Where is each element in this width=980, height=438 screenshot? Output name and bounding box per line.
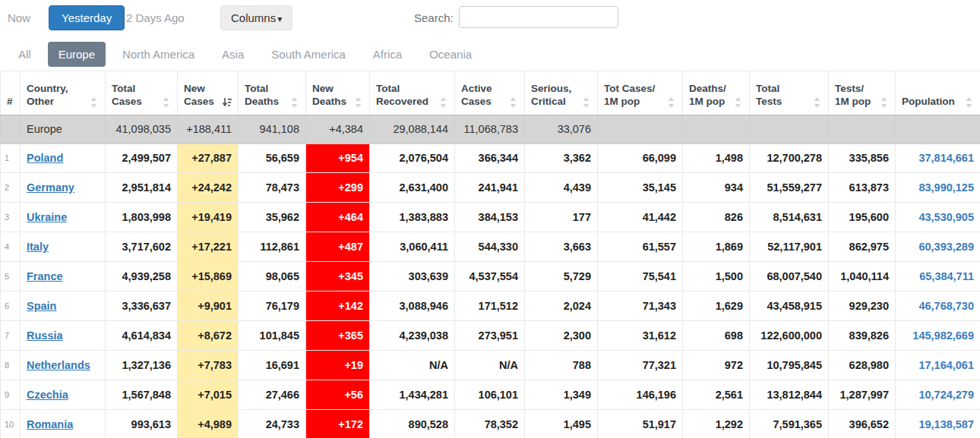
cell-rank: 5 <box>1 262 21 291</box>
tab-oceania[interactable]: Oceania <box>419 42 482 67</box>
table-row-poland: 1Poland2,499,507+27,88756,659+9542,076,5… <box>1 143 980 173</box>
cell-total-cases: 1,327,136 <box>106 351 178 380</box>
cell-new-deaths: +345 <box>306 262 370 291</box>
country-link-spain[interactable]: Spain <box>27 300 56 312</box>
cell-total-deaths: 27,466 <box>239 380 306 410</box>
toolbar: Now Yesterday 2 Days Ago Columns▾ Search… <box>0 0 980 39</box>
summary-active-cases: 11,068,783 <box>455 115 525 143</box>
tab-africa[interactable]: Africa <box>362 42 413 67</box>
country-link-russia[interactable]: Russia <box>27 329 63 342</box>
header-row: #Country,OtherTotalCasesNewCasesTotalDea… <box>1 71 980 115</box>
country-link-romania[interactable]: Romania <box>27 418 73 430</box>
cell-tests-1m-pop: 613,873 <box>829 173 896 203</box>
two-days-ago-button[interactable]: 2 Days Ago <box>126 11 185 24</box>
country-link-czechia[interactable]: Czechia <box>27 389 68 401</box>
cell-deaths-1m-pop: 972 <box>683 351 750 380</box>
cell-total-cases: 3,336,637 <box>106 291 178 321</box>
now-button[interactable]: Now <box>8 11 30 24</box>
col-header-tot-cases-1m-pop[interactable]: Tot Cases/1M pop <box>598 71 683 115</box>
col-header-label: Other <box>27 95 54 108</box>
cell-tot-cases-1m-pop: 41,442 <box>598 203 683 232</box>
cell-deaths-1m-pop: 1,292 <box>683 410 750 438</box>
cell-total-deaths: 16,691 <box>239 351 306 380</box>
cell-active-cases: 106,101 <box>455 380 525 410</box>
tab-all[interactable]: All <box>8 42 42 67</box>
cell-tests-1m-pop: 929,230 <box>829 291 896 321</box>
search-input[interactable] <box>459 6 618 28</box>
cell-population: 60,393,289 <box>896 232 980 262</box>
col-header-active-cases[interactable]: ActiveCases <box>455 71 525 115</box>
cell-country: Romania <box>21 410 106 438</box>
cell-country: Poland <box>21 143 106 173</box>
col-header-total-recovered[interactable]: TotalRecovered <box>370 71 455 115</box>
country-link-germany[interactable]: Germany <box>27 181 74 194</box>
col-header-country[interactable]: Country,Other <box>21 71 106 115</box>
columns-dropdown-button[interactable]: Columns▾ <box>220 5 292 30</box>
table-row-france: 5France4,939,258+15,86998,065+345303,639… <box>1 262 980 291</box>
col-header-serious-critical[interactable]: Serious,Critical <box>525 71 598 115</box>
cell-deaths-1m-pop: 2,561 <box>683 380 750 410</box>
country-link-italy[interactable]: Italy <box>27 241 49 253</box>
cell-total-tests: 52,117,901 <box>750 232 829 262</box>
cell-tot-cases-1m-pop: 77,321 <box>598 351 683 380</box>
cell-country: France <box>21 262 106 291</box>
yesterday-button[interactable]: Yesterday <box>49 5 125 30</box>
cell-total-tests: 7,591,365 <box>750 410 829 438</box>
search-label: Search: <box>414 11 454 24</box>
col-header-deaths-1m-pop[interactable]: Deaths/1M pop <box>683 71 750 115</box>
cell-total-tests: 13,812,844 <box>750 380 829 410</box>
cell-serious-critical: 177 <box>525 203 598 232</box>
col-header-population[interactable]: Population <box>896 71 980 115</box>
table-row-germany: 2Germany2,951,814+24,24278,473+2992,631,… <box>1 173 980 203</box>
up-down-arrows-icon <box>812 97 822 108</box>
tab-europe[interactable]: Europe <box>48 42 106 67</box>
tab-south-america[interactable]: South America <box>261 42 356 67</box>
summary-rank <box>1 115 21 143</box>
cell-tests-1m-pop: 839,826 <box>829 321 896 351</box>
col-header-tests-1m-pop[interactable]: Tests/1M pop <box>829 71 896 115</box>
cell-total-cases: 2,499,507 <box>106 143 178 173</box>
cell-total-tests: 8,514,631 <box>750 203 829 232</box>
cell-deaths-1m-pop: 934 <box>683 173 750 203</box>
cell-tot-cases-1m-pop: 146,196 <box>598 380 683 410</box>
country-link-netherlands[interactable]: Netherlands <box>27 359 90 371</box>
cell-active-cases: 384,153 <box>455 203 525 232</box>
summary-row-europe: Europe41,098,035+188,411941,108+4,38429,… <box>1 115 980 143</box>
cell-total-tests: 68,007,540 <box>750 262 829 291</box>
up-down-arrows-icon <box>879 97 889 108</box>
country-link-poland[interactable]: Poland <box>27 152 63 164</box>
cell-country: Germany <box>21 173 106 203</box>
cell-serious-critical: 1,349 <box>525 380 598 410</box>
cell-new-cases: +7,783 <box>178 351 239 380</box>
country-link-ukraine[interactable]: Ukraine <box>27 211 67 223</box>
cell-serious-critical: 788 <box>525 351 598 380</box>
cell-new-cases: +27,887 <box>178 143 239 173</box>
cell-population: 19,138,587 <box>896 410 980 438</box>
col-header-new-cases[interactable]: NewCases <box>178 71 239 115</box>
up-down-arrows-icon <box>438 97 448 108</box>
col-header-new-deaths[interactable]: NewDeaths <box>306 71 370 115</box>
cell-rank: 6 <box>1 291 21 321</box>
cell-total-tests: 10,795,845 <box>750 351 829 380</box>
summary-serious-critical: 33,076 <box>525 115 598 143</box>
tab-asia[interactable]: Asia <box>211 42 254 67</box>
col-header-total-tests[interactable]: TotalTests <box>750 71 829 115</box>
cell-serious-critical: 5,729 <box>525 262 598 291</box>
cell-active-cases: 544,330 <box>455 232 525 262</box>
cell-rank: 7 <box>1 321 21 351</box>
continent-tabs: AllEuropeNorth AmericaAsiaSouth AmericaA… <box>0 39 980 68</box>
cell-total-cases: 1,803,998 <box>106 203 178 232</box>
summary-deaths-1m-pop <box>683 115 750 143</box>
summary-label: Europe <box>21 115 106 143</box>
col-header-total-deaths[interactable]: TotalDeaths <box>239 71 306 115</box>
country-link-france[interactable]: France <box>27 270 63 282</box>
cell-total-deaths: 76,179 <box>239 291 306 321</box>
col-header-label: Population <box>902 95 955 108</box>
cell-population: 43,530,905 <box>896 203 980 232</box>
cell-serious-critical: 1,495 <box>525 410 598 438</box>
cell-new-cases: +9,901 <box>178 291 239 321</box>
cell-total-recovered: 2,631,400 <box>370 173 455 203</box>
col-header-total-cases[interactable]: TotalCases <box>106 71 178 115</box>
tab-north-america[interactable]: North America <box>112 42 205 67</box>
up-down-arrows-icon <box>508 97 518 108</box>
